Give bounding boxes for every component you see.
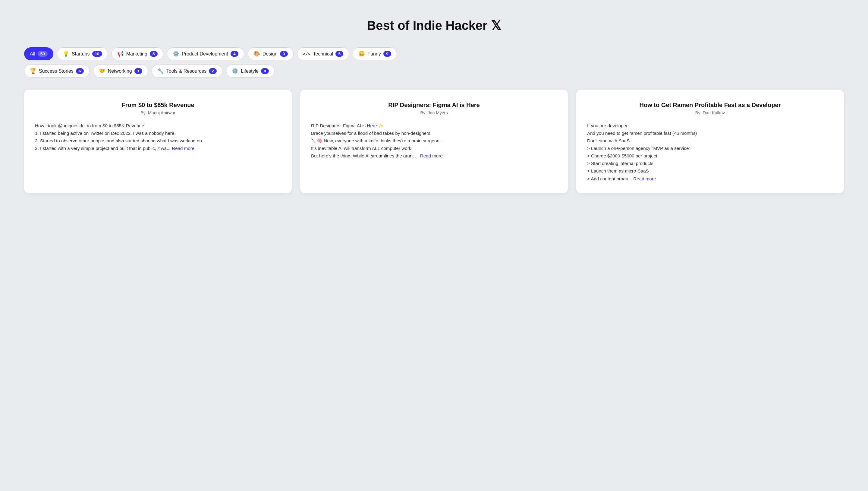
- filter-btn-networking[interactable]: 🤝Networking1: [93, 64, 148, 78]
- filter-label-funny: Funny: [367, 51, 381, 57]
- filter-label-tools-resources: Tools & Resources: [166, 68, 207, 74]
- filter-label-lifestyle: Lifestyle: [241, 68, 258, 74]
- card-author-2: By: Jon Myers: [311, 110, 557, 115]
- card-title-3: How to Get Ramen Profitable Fast as a De…: [587, 102, 833, 109]
- card-title-1: From $0 to $85k Revenue: [35, 102, 281, 109]
- filter-badge-success-stories: 6: [76, 68, 84, 74]
- networking-icon: 🤝: [99, 68, 105, 74]
- filter-label-product-development: Product Development: [182, 51, 228, 57]
- filter-label-design: Design: [262, 51, 278, 57]
- page-title: Best of Indie Hacker 𝕏: [24, 18, 844, 33]
- filter-badge-funny: 9: [383, 51, 391, 57]
- filter-row-1: All50💡Startups10📢Marketing5⚙️Product Dev…: [24, 47, 844, 60]
- tools-resources-icon: 🔧: [157, 68, 164, 74]
- filter-badge-product-development: 4: [230, 51, 239, 57]
- filter-btn-startups[interactable]: 💡Startups10: [57, 47, 108, 60]
- funny-icon: 😄: [358, 51, 365, 57]
- card-body-2: RIP Designers: Figma AI is Here ✨Brace y…: [311, 122, 557, 160]
- filter-label-marketing: Marketing: [126, 51, 147, 57]
- marketing-icon: 📢: [117, 51, 124, 57]
- filter-btn-technical[interactable]: </>Technical5: [297, 47, 349, 60]
- read-more-link-2[interactable]: Read more: [418, 153, 442, 158]
- filter-badge-technical: 5: [336, 51, 343, 57]
- filter-btn-all[interactable]: All50: [24, 47, 53, 60]
- design-icon: 🎨: [253, 51, 260, 57]
- product-development-icon: ⚙️: [173, 51, 179, 57]
- filter-btn-success-stories[interactable]: 🏆Success Stories6: [24, 64, 90, 78]
- technical-icon: </>: [303, 52, 311, 56]
- filter-label-startups: Startups: [72, 51, 90, 57]
- filter-btn-product-development[interactable]: ⚙️Product Development4: [167, 47, 244, 60]
- filter-badge-startups: 10: [92, 51, 102, 57]
- card-2: RIP Designers: Figma AI is HereBy: Jon M…: [300, 90, 568, 193]
- card-3: How to Get Ramen Profitable Fast as a De…: [576, 90, 844, 193]
- filter-row-2: 🏆Success Stories6🤝Networking1🔧Tools & Re…: [24, 64, 844, 78]
- lifestyle-icon: ⚙️: [232, 68, 239, 74]
- filter-label-networking: Networking: [108, 68, 132, 74]
- filter-section: All50💡Startups10📢Marketing5⚙️Product Dev…: [24, 47, 844, 78]
- filter-btn-lifestyle[interactable]: ⚙️Lifestyle4: [226, 64, 275, 78]
- filter-label-all: All: [30, 51, 35, 57]
- startups-icon: 💡: [63, 51, 69, 57]
- read-more-link-3[interactable]: Read more: [632, 176, 656, 181]
- filter-badge-lifestyle: 4: [261, 68, 269, 74]
- filter-badge-networking: 1: [134, 68, 142, 74]
- filter-btn-tools-resources[interactable]: 🔧Tools & Resources2: [152, 64, 222, 78]
- card-author-3: By: Dan Kulkov: [587, 110, 833, 115]
- card-title-2: RIP Designers: Figma AI is Here: [311, 102, 557, 109]
- filter-btn-design[interactable]: 🎨Design3: [248, 47, 293, 60]
- filter-label-success-stories: Success Stories: [39, 68, 73, 74]
- filter-btn-funny[interactable]: 😄Funny9: [352, 47, 397, 60]
- card-body-1: How I took @uniqueside_io from $0 to $85…: [35, 122, 281, 152]
- cards-grid: From $0 to $85k RevenueBy: Manoj Ahirwar…: [24, 90, 844, 193]
- filter-badge-all: 50: [38, 51, 48, 57]
- filter-btn-marketing[interactable]: 📢Marketing5: [112, 47, 163, 60]
- card-body-3: If you are developerAnd you need to get …: [587, 122, 833, 182]
- read-more-link-1[interactable]: Read more: [170, 146, 194, 151]
- filter-badge-marketing: 5: [150, 51, 158, 57]
- card-author-1: By: Manoj Ahirwar: [35, 110, 281, 115]
- success-stories-icon: 🏆: [30, 68, 36, 74]
- filter-badge-tools-resources: 2: [209, 68, 217, 74]
- filter-badge-design: 3: [280, 51, 288, 57]
- card-1: From $0 to $85k RevenueBy: Manoj Ahirwar…: [24, 90, 292, 193]
- filter-label-technical: Technical: [313, 51, 333, 57]
